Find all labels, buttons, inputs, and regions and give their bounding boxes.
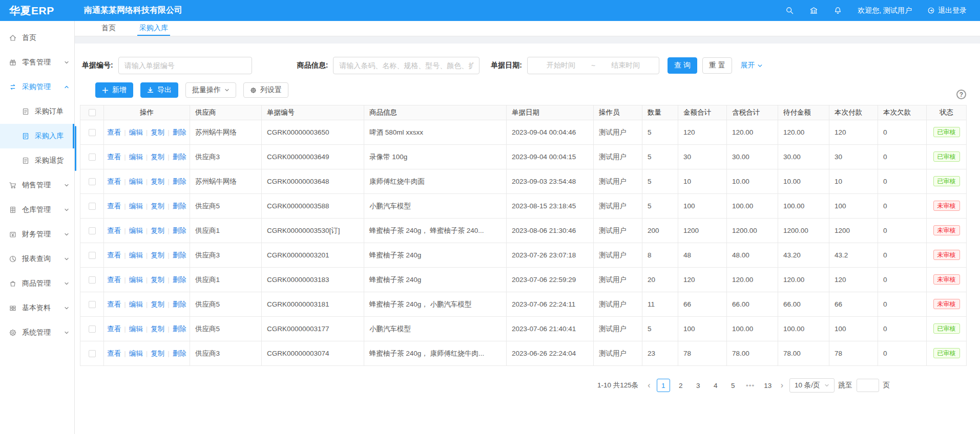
edit-link[interactable]: 编辑 [129, 202, 143, 211]
page-number-3[interactable]: 3 [692, 379, 705, 392]
edit-link[interactable]: 编辑 [129, 128, 143, 137]
sidebar-item-sales[interactable]: 销售管理 [0, 173, 74, 198]
copy-link[interactable]: 复制 [151, 226, 164, 235]
row-actions-cell: 查看|编辑|复制|删除 [104, 243, 190, 268]
delete-link[interactable]: 删除 [173, 202, 186, 211]
page-number-2[interactable]: 2 [674, 379, 687, 392]
view-link[interactable]: 查看 [107, 300, 121, 309]
copy-link[interactable]: 复制 [151, 275, 164, 285]
help-icon[interactable]: ? [956, 90, 966, 99]
sidebar-item-report[interactable]: 报表查询 [0, 247, 74, 271]
search-button[interactable]: 查 询 [668, 57, 697, 74]
date-cell: 2023-09-04 00:04:15 [507, 145, 594, 169]
view-link[interactable]: 查看 [107, 349, 121, 358]
copy-link[interactable]: 复制 [151, 177, 164, 186]
sidebar-item-purchase-order[interactable]: 采购订单 [0, 99, 74, 124]
row-checkbox[interactable] [89, 301, 96, 308]
edit-link[interactable]: 编辑 [129, 153, 143, 162]
view-link[interactable]: 查看 [107, 202, 121, 211]
expand-filters-link[interactable]: 展开 [741, 61, 763, 70]
delete-link[interactable]: 删除 [173, 128, 186, 137]
product-info-input[interactable] [333, 57, 479, 74]
page-number-1[interactable]: 1 [657, 379, 670, 392]
copy-link[interactable]: 复制 [151, 251, 164, 260]
sidebar-item-finance[interactable]: 财务管理 [0, 222, 74, 247]
date-range-input[interactable]: 开始时间 ~ 结束时间 [527, 57, 659, 74]
row-checkbox[interactable] [89, 203, 96, 210]
delete-link[interactable]: 删除 [173, 275, 186, 285]
page-number-5[interactable]: 5 [726, 379, 740, 392]
copy-link[interactable]: 复制 [151, 349, 164, 358]
delete-link[interactable]: 删除 [173, 349, 186, 358]
row-actions: 查看|编辑|复制|删除 [109, 275, 184, 285]
page-number-4[interactable]: 4 [709, 379, 722, 392]
bell-icon[interactable] [833, 6, 842, 15]
row-checkbox[interactable] [89, 227, 96, 234]
row-checkbox[interactable] [89, 350, 96, 357]
logout-button[interactable]: 退出登录 [927, 6, 967, 15]
sidebar-item-home[interactable]: 首页 [0, 26, 74, 50]
copy-link[interactable]: 复制 [151, 153, 164, 162]
row-checkbox[interactable] [89, 276, 96, 284]
view-link[interactable]: 查看 [107, 128, 121, 137]
paid-cell: 10 [829, 169, 878, 194]
view-link[interactable]: 查看 [107, 251, 121, 260]
delete-link[interactable]: 删除 [173, 251, 186, 260]
view-link[interactable]: 查看 [107, 226, 121, 235]
batch-actions-button[interactable]: 批量操作 [185, 82, 236, 98]
bank-icon[interactable] [809, 6, 818, 15]
edit-link[interactable]: 编辑 [129, 300, 143, 309]
tab-1[interactable]: 首页 [99, 21, 118, 36]
jump-page-input[interactable] [857, 379, 879, 392]
delete-link[interactable]: 删除 [173, 300, 186, 309]
sidebar-item-purchase-inbound[interactable]: 采购入库 [0, 124, 74, 148]
edit-link[interactable]: 编辑 [129, 226, 143, 235]
column-settings-button[interactable]: 列设置 [243, 82, 288, 98]
sidebar-item-system[interactable]: 系统管理 [0, 320, 74, 345]
copy-link[interactable]: 复制 [151, 324, 164, 334]
delete-link[interactable]: 删除 [173, 177, 186, 186]
doc-no-input[interactable] [118, 57, 252, 74]
select-all-checkbox[interactable] [89, 109, 96, 116]
delete-link[interactable]: 删除 [173, 153, 186, 162]
row-checkbox[interactable] [89, 129, 96, 136]
row-checkbox[interactable] [89, 178, 96, 185]
page-ellipsis[interactable]: ••• [744, 379, 757, 392]
view-link[interactable]: 查看 [107, 275, 121, 285]
row-checkbox[interactable] [89, 154, 96, 161]
export-button[interactable]: 导出 [140, 82, 178, 98]
sidebar-item-basic[interactable]: 基本资料 [0, 296, 74, 320]
action-separator: | [146, 325, 148, 333]
sidebar-item-goods[interactable]: 商品管理 [0, 271, 74, 296]
next-page-icon[interactable]: › [779, 381, 785, 389]
page-size-select[interactable]: 10 条/页 [789, 378, 835, 393]
sidebar-item-purchase-return[interactable]: 采购退货 [0, 148, 74, 173]
edit-link[interactable]: 编辑 [129, 275, 143, 285]
copy-link[interactable]: 复制 [151, 300, 164, 309]
sidebar-item-retail[interactable]: 零售管理 [0, 50, 74, 75]
scrollbar-thumb[interactable] [75, 126, 76, 171]
row-checkbox[interactable] [89, 326, 96, 333]
sidebar-item-warehouse[interactable]: 仓库管理 [0, 198, 74, 222]
edit-link[interactable]: 编辑 [129, 251, 143, 260]
edit-link[interactable]: 编辑 [129, 177, 143, 186]
view-link[interactable]: 查看 [107, 153, 121, 162]
search-icon[interactable] [785, 6, 794, 15]
row-checkbox[interactable] [89, 252, 96, 259]
copy-link[interactable]: 复制 [151, 128, 164, 137]
view-link[interactable]: 查看 [107, 324, 121, 334]
edit-link[interactable]: 编辑 [129, 324, 143, 334]
view-link[interactable]: 查看 [107, 177, 121, 186]
delete-link[interactable]: 删除 [173, 226, 186, 235]
reset-button[interactable]: 重 置 [702, 57, 732, 74]
delete-link[interactable]: 删除 [173, 324, 186, 334]
prev-page-icon[interactable]: ‹ [645, 381, 652, 389]
edit-link[interactable]: 编辑 [129, 349, 143, 358]
product-cell: 蜂蜜柚子茶 240g [364, 243, 507, 268]
page-number-13[interactable]: 13 [761, 379, 775, 392]
sidebar-item-label: 仓库管理 [22, 205, 51, 214]
copy-link[interactable]: 复制 [151, 202, 164, 211]
sidebar-item-purchase[interactable]: 采购管理 [0, 75, 74, 99]
add-button[interactable]: 新增 [95, 82, 133, 98]
tab-2[interactable]: 采购入库 [137, 21, 170, 36]
